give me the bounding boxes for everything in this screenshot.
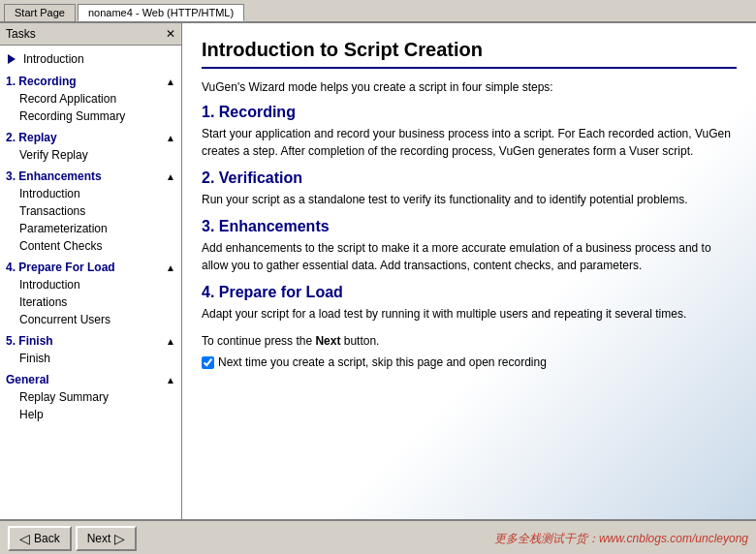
sidebar-section-header-recording[interactable]: 1. Recording ▲ <box>0 73 181 90</box>
collapse-replay-icon[interactable]: ▲ <box>166 133 175 143</box>
continue-text-2: button. <box>340 334 379 348</box>
sidebar-section-header-prepare[interactable]: 4. Prepare For Load ▲ <box>0 259 181 276</box>
back-icon: ◁ <box>19 531 30 546</box>
close-tasks-button[interactable]: ✕ <box>166 27 175 41</box>
section-prepare-title: 4. Prepare For Load <box>6 261 115 274</box>
sidebar: Tasks ✕ Introduction 1. Recording ▲ Reco… <box>0 23 182 519</box>
back-label: Back <box>34 532 60 545</box>
sidebar-item-content-checks[interactable]: Content Checks <box>0 237 181 255</box>
next-label: Next <box>87 532 111 545</box>
sidebar-item-concurrent-users[interactable]: Concurrent Users <box>0 311 181 328</box>
sidebar-item-record-application[interactable]: Record Application <box>0 90 181 108</box>
section-heading-enhancements: 3. Enhancements <box>202 218 737 235</box>
next-icon: ▷ <box>114 531 125 546</box>
sidebar-item-iterations[interactable]: Iterations <box>0 293 181 311</box>
sidebar-item-verify-replay[interactable]: Verify Replay <box>0 146 181 164</box>
collapse-prepare-icon[interactable]: ▲ <box>166 262 175 273</box>
nav-buttons: ◁ Back Next ▷ <box>8 526 137 551</box>
sidebar-item-enhancements-intro[interactable]: Introduction <box>0 185 181 202</box>
content-title: Introduction to Script Creation <box>202 39 737 69</box>
skip-checkbox[interactable] <box>202 356 214 369</box>
section-heading-recording: 1. Recording <box>202 104 737 121</box>
section-text-enhancements: Add enhancements to the script to make i… <box>202 239 737 274</box>
section-text-verification: Run your script as a standalone test to … <box>202 191 737 208</box>
tab-bar: Start Page noname4 - Web (HTTP/HTML) <box>0 0 756 23</box>
next-button[interactable]: Next ▷ <box>76 526 138 551</box>
section-recording-title: 1. Recording <box>6 75 77 88</box>
section-replay-title: 2. Replay <box>6 131 57 144</box>
sidebar-item-parameterization[interactable]: Parameterization <box>0 220 181 237</box>
intro-label: Introduction <box>23 52 84 66</box>
section-heading-verification: 2. Verification <box>202 169 737 187</box>
sidebar-section-header-finish[interactable]: 5. Finish ▲ <box>0 332 181 350</box>
sidebar-item-prepare-intro[interactable]: Introduction <box>0 276 181 293</box>
sidebar-section-prepare: 4. Prepare For Load ▲ Introduction Itera… <box>0 259 181 328</box>
checkbox-label: Next time you create a script, skip this… <box>218 355 547 369</box>
sidebar-item-replay-summary[interactable]: Replay Summary <box>0 388 181 406</box>
continue-bold: Next <box>315 334 340 348</box>
sidebar-item-recording-summary[interactable]: Recording Summary <box>0 108 181 125</box>
sidebar-section-enhancements: 3. Enhancements ▲ Introduction Transacti… <box>0 168 181 255</box>
section-general-title: General <box>6 373 49 386</box>
content-area: Introduction to Script Creation VuGen's … <box>182 23 756 519</box>
collapse-finish-icon[interactable]: ▲ <box>166 336 175 347</box>
tab-start-page[interactable]: Start Page <box>4 4 76 21</box>
sidebar-section-finish: 5. Finish ▲ Finish <box>0 332 181 367</box>
sidebar-section-header-general[interactable]: General ▲ <box>0 371 181 388</box>
sidebar-section-general: General ▲ Replay Summary Help <box>0 371 181 423</box>
back-button[interactable]: ◁ Back <box>8 526 72 551</box>
sidebar-section-recording: 1. Recording ▲ Record Application Record… <box>0 73 181 125</box>
sidebar-header: Tasks ✕ <box>0 23 181 46</box>
main-layout: Tasks ✕ Introduction 1. Recording ▲ Reco… <box>0 23 756 519</box>
sidebar-section-header-replay[interactable]: 2. Replay ▲ <box>0 129 181 146</box>
content-intro: VuGen's Wizard mode helps you create a s… <box>202 80 737 94</box>
continue-text: To continue press the Next button. <box>202 334 737 348</box>
sidebar-item-finish[interactable]: Finish <box>0 350 181 367</box>
tab-noname4[interactable]: noname4 - Web (HTTP/HTML) <box>78 4 244 21</box>
continue-text-1: To continue press the <box>202 334 315 348</box>
section-text-prepare: Adapt your script for a load test by run… <box>202 305 737 323</box>
collapse-general-icon[interactable]: ▲ <box>166 375 175 385</box>
collapse-enhancements-icon[interactable]: ▲ <box>166 171 175 182</box>
sidebar-title: Tasks <box>6 27 36 41</box>
sidebar-item-introduction[interactable]: Introduction <box>0 49 181 69</box>
collapse-recording-icon[interactable]: ▲ <box>166 77 175 87</box>
sidebar-section-replay: 2. Replay ▲ Verify Replay <box>0 129 181 164</box>
sidebar-item-transactions[interactable]: Transactions <box>0 202 181 220</box>
sidebar-content: Introduction 1. Recording ▲ Record Appli… <box>0 46 181 519</box>
section-heading-prepare: 4. Prepare for Load <box>202 284 737 301</box>
sidebar-section-header-enhancements[interactable]: 3. Enhancements ▲ <box>0 168 181 185</box>
arrow-icon <box>8 54 16 64</box>
section-text-recording: Start your application and record your b… <box>202 125 737 160</box>
bottom-bar: ◁ Back Next ▷ 更多全栈测试干货：www.cnblogs.com/u… <box>0 519 756 554</box>
section-finish-title: 5. Finish <box>6 334 53 348</box>
section-enhancements-title: 3. Enhancements <box>6 169 102 183</box>
watermark: 更多全栈测试干货：www.cnblogs.com/uncleyong <box>494 531 748 547</box>
sidebar-item-help[interactable]: Help <box>0 406 181 423</box>
checkbox-row: Next time you create a script, skip this… <box>202 355 737 369</box>
